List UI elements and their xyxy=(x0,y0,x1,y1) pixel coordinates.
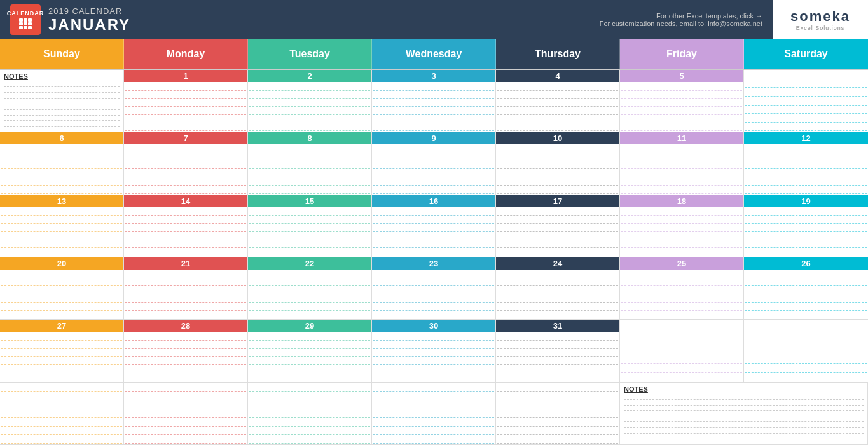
date-number: 1 xyxy=(124,70,247,82)
date-number: 27 xyxy=(0,320,123,332)
date-number: 4 xyxy=(496,70,619,82)
table-row[interactable]: 5 xyxy=(620,70,744,132)
date-number: 26 xyxy=(744,257,868,270)
calendar-icon: CALENDAR xyxy=(10,4,41,35)
table-row[interactable] xyxy=(0,383,124,445)
table-row[interactable] xyxy=(496,383,620,445)
table-row[interactable]: NOTES xyxy=(620,383,868,445)
month-title: JANUARY xyxy=(48,16,130,34)
table-row[interactable]: 25 xyxy=(620,257,744,320)
someka-logo: someka Excel Solutions xyxy=(773,0,868,39)
table-row[interactable]: 3 xyxy=(372,70,496,132)
date-number: 8 xyxy=(248,132,371,144)
date-number: 6 xyxy=(0,132,123,144)
table-row[interactable]: 13 xyxy=(0,195,124,257)
table-row[interactable]: 15 xyxy=(248,195,372,257)
table-row[interactable] xyxy=(372,383,496,445)
date-number: 30 xyxy=(372,320,495,332)
date-number: 31 xyxy=(496,320,619,332)
date-number: 2 xyxy=(248,70,371,82)
date-number: 29 xyxy=(248,320,371,332)
table-row[interactable]: 16 xyxy=(372,195,496,257)
header-monday: Monday xyxy=(124,39,248,69)
table-row[interactable]: 18 xyxy=(620,195,744,257)
date-number: 10 xyxy=(496,132,619,144)
date-number: 9 xyxy=(372,132,495,144)
header-info: For other Excel templates, click → For c… xyxy=(589,0,773,39)
table-row[interactable]: 27 xyxy=(0,320,124,382)
table-row[interactable]: 28 xyxy=(124,320,248,382)
calendar-grid: NOTES12345678910111213141516171819202122… xyxy=(0,69,868,445)
table-row[interactable]: 20 xyxy=(0,257,124,320)
logo-text: someka xyxy=(790,8,850,25)
table-row[interactable] xyxy=(744,70,868,132)
year-title: 2019 CALENDAR xyxy=(48,6,130,16)
table-row[interactable]: 1 xyxy=(124,70,248,132)
date-number: 16 xyxy=(372,195,495,207)
date-number: 18 xyxy=(620,195,743,207)
date-number: 7 xyxy=(124,132,247,144)
header-thursday: Thursday xyxy=(496,39,620,69)
table-row[interactable]: 31 xyxy=(496,320,620,382)
table-row[interactable]: 10 xyxy=(496,132,620,195)
date-number: 13 xyxy=(0,195,123,207)
date-number: 25 xyxy=(620,257,743,270)
date-number: 14 xyxy=(124,195,247,207)
table-row[interactable]: NOTES xyxy=(0,70,124,132)
table-row[interactable]: 30 xyxy=(372,320,496,382)
date-number: 21 xyxy=(124,257,247,270)
date-number: 22 xyxy=(248,257,371,270)
logo-sub: Excel Solutions xyxy=(796,25,845,31)
date-number: 19 xyxy=(744,195,868,207)
date-number: 11 xyxy=(620,132,743,144)
info-line2: For customization needs, email to: info@… xyxy=(600,20,762,27)
logo-area: CALENDAR 2019 CALENDAR JANUARY xyxy=(0,0,141,39)
table-row[interactable]: 24 xyxy=(496,257,620,320)
header-title: 2019 CALENDAR JANUARY xyxy=(48,6,130,34)
table-row[interactable]: 2 xyxy=(248,70,372,132)
table-row[interactable] xyxy=(248,383,372,445)
table-row[interactable]: 11 xyxy=(620,132,744,195)
table-row[interactable]: 14 xyxy=(124,195,248,257)
table-row[interactable]: 8 xyxy=(248,132,372,195)
date-number: 3 xyxy=(372,70,495,82)
header: CALENDAR 2019 CALENDAR JANUARY For other… xyxy=(0,0,868,39)
table-row[interactable] xyxy=(744,320,868,382)
header-saturday: Saturday xyxy=(744,39,868,69)
table-row[interactable]: 26 xyxy=(744,257,868,320)
table-row[interactable]: 4 xyxy=(496,70,620,132)
table-row[interactable]: 12 xyxy=(744,132,868,195)
header-tuesday: Tuesday xyxy=(248,39,372,69)
header-friday: Friday xyxy=(620,39,744,69)
table-row[interactable]: 6 xyxy=(0,132,124,195)
table-row[interactable]: 7 xyxy=(124,132,248,195)
date-number: 20 xyxy=(0,257,123,270)
date-number: 24 xyxy=(496,257,619,270)
table-row[interactable]: 17 xyxy=(496,195,620,257)
table-row[interactable]: 19 xyxy=(744,195,868,257)
table-row[interactable]: 29 xyxy=(248,320,372,382)
date-number: 17 xyxy=(496,195,619,207)
header-wednesday: Wednesday xyxy=(372,39,496,69)
header-sunday: Sunday xyxy=(0,39,124,69)
date-number: 12 xyxy=(744,132,868,144)
table-row[interactable]: 23 xyxy=(372,257,496,320)
table-row[interactable]: 21 xyxy=(124,257,248,320)
info-line1: For other Excel templates, click → xyxy=(656,12,762,20)
table-row[interactable] xyxy=(620,320,744,382)
table-row[interactable]: 22 xyxy=(248,257,372,320)
day-headers: Sunday Monday Tuesday Wednesday Thursday… xyxy=(0,39,868,69)
table-row[interactable]: 9 xyxy=(372,132,496,195)
table-row[interactable] xyxy=(124,383,248,445)
date-number: 5 xyxy=(620,70,743,82)
date-number: 28 xyxy=(124,320,247,332)
date-number: 23 xyxy=(372,257,495,270)
date-number: 15 xyxy=(248,195,371,207)
